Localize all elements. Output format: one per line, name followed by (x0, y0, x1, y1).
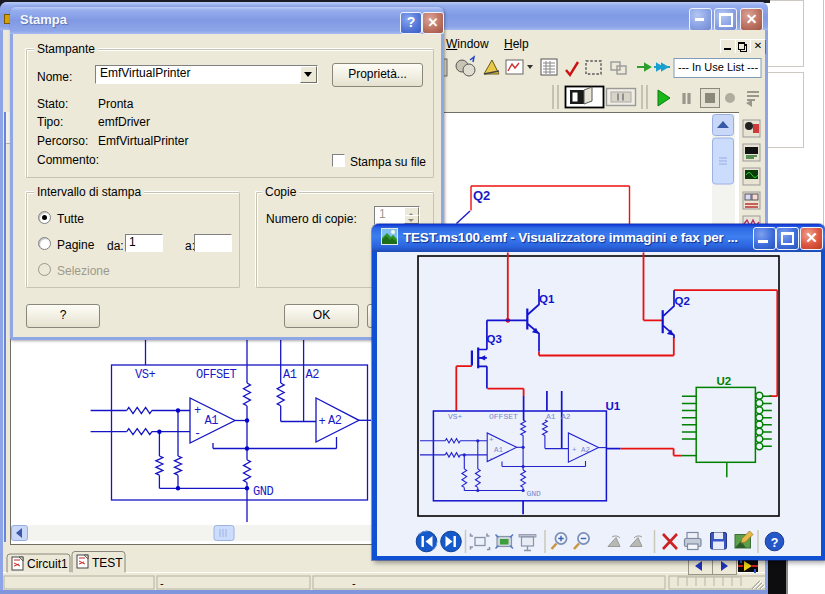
svg-text:U2: U2 (717, 375, 732, 387)
svg-text:A1: A1 (546, 412, 556, 421)
svg-text:--- In Use List ---: --- In Use List --- (678, 61, 758, 73)
svg-text:OFFSET: OFFSET (196, 368, 237, 382)
svg-text:Q3: Q3 (487, 333, 502, 345)
svg-text:+: + (194, 404, 201, 418)
svg-text:VS+: VS+ (135, 368, 155, 382)
svg-text:-: - (489, 453, 494, 462)
svg-text:+: + (319, 415, 326, 429)
svg-text:A2: A2 (328, 414, 342, 428)
svg-text:VS+: VS+ (448, 412, 463, 421)
svg-text:A1: A1 (494, 446, 504, 454)
svg-text:A2: A2 (561, 412, 571, 421)
svg-text:A2: A2 (306, 368, 320, 382)
svg-text:GND: GND (253, 485, 273, 499)
svg-text:?: ? (771, 536, 779, 550)
svg-text:TEST: TEST (92, 556, 123, 570)
svg-text:OFFSET: OFFSET (489, 412, 518, 421)
svg-text:Circuit1: Circuit1 (27, 557, 68, 571)
svg-text:-: - (194, 427, 201, 441)
svg-text:Q1: Q1 (539, 293, 555, 305)
svg-text:A1: A1 (283, 368, 297, 382)
svg-text:GND: GND (527, 489, 542, 498)
svg-text:A1: A1 (205, 414, 219, 428)
svg-text:-: - (160, 577, 164, 589)
svg-text:U1: U1 (606, 400, 621, 412)
svg-text:+: + (489, 435, 494, 444)
svg-text:-: - (352, 577, 356, 589)
svg-text:Q2: Q2 (675, 295, 690, 307)
svg-text:+ A2: + A2 (572, 446, 590, 454)
svg-text:Q2: Q2 (473, 188, 490, 203)
